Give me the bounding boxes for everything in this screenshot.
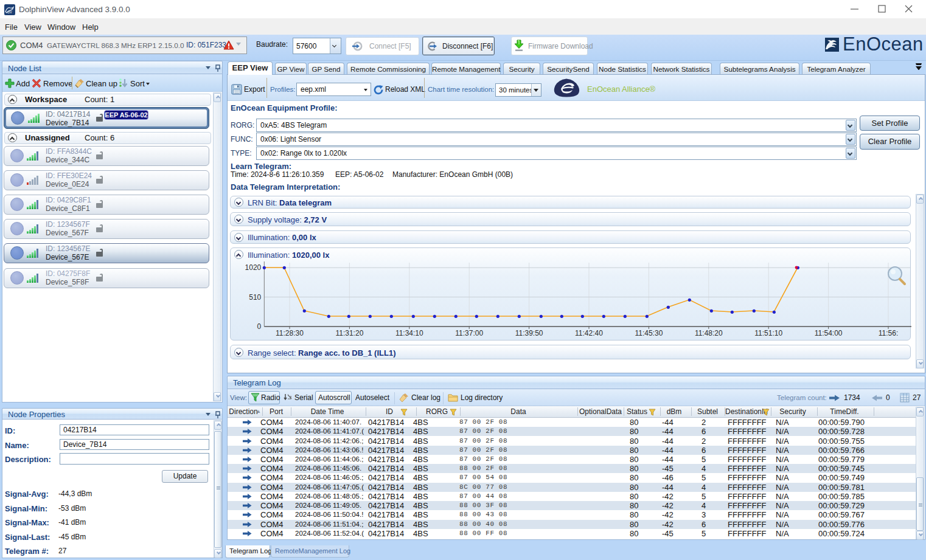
svg-text:11:54:00: 11:54:00: [815, 329, 843, 337]
svg-text:0: 0: [257, 322, 262, 331]
svg-text:11:51:10: 11:51:10: [754, 329, 782, 337]
svg-text:11:56:: 11:56:: [879, 329, 898, 337]
svg-text:11:34:10: 11:34:10: [395, 329, 423, 337]
svg-text:11:37:00: 11:37:00: [455, 329, 483, 337]
svg-text:11:42:40: 11:42:40: [575, 329, 603, 337]
svg-text:1020: 1020: [245, 263, 262, 272]
svg-text:11:45:30: 11:45:30: [635, 329, 663, 337]
svg-text:DV: DV: [8, 10, 13, 14]
svg-text:11:31:20: 11:31:20: [335, 329, 363, 337]
svg-text:11:39:50: 11:39:50: [515, 329, 543, 337]
svg-text:510: 510: [249, 293, 261, 302]
svg-text:11:48:20: 11:48:20: [695, 329, 723, 337]
svg-text:11:28:30: 11:28:30: [276, 329, 304, 337]
